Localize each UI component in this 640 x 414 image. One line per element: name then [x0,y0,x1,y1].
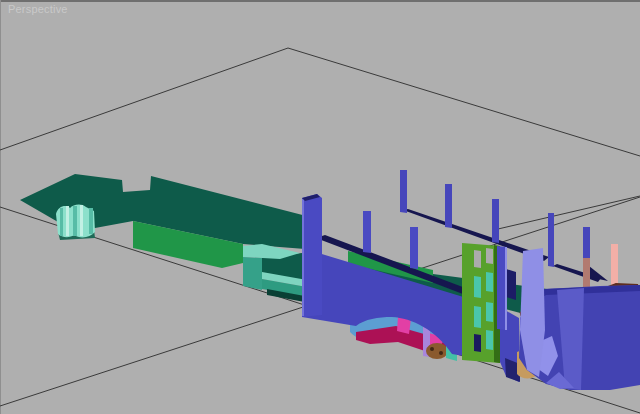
frame-slot-teal-5 [486,330,493,350]
left-stake-body[interactable] [302,194,322,317]
frame-slot-teal-3 [474,306,481,328]
far-post-2[interactable] [445,184,452,228]
3d-canvas[interactable] [0,0,640,414]
window-top-edge [0,0,640,2]
fender-highlight-2 [80,205,83,236]
hub-bolt-2 [439,351,443,355]
frame-slot-teal-4 [486,302,493,322]
far-post-3[interactable] [492,199,499,243]
step-left-face[interactable] [243,257,262,290]
far-post-4[interactable] [548,213,554,267]
axle-hub[interactable] [426,343,448,359]
frame-slot-gray-1 [474,250,481,268]
fender-highlight-1 [66,206,69,236]
frame-slot-teal-2 [486,272,493,292]
near-post-2[interactable] [410,227,418,269]
trailer-fender[interactable] [56,204,95,237]
fender-stripe-3 [89,208,93,234]
frame-slot-navy [474,334,481,352]
corner-post-light-edge [505,247,507,330]
green-ladder-frame[interactable] [462,243,500,363]
fender-stripe-1 [60,208,63,236]
frame-slot-gray-2 [486,248,493,264]
right-post-salmon[interactable] [611,244,618,287]
near-post-1[interactable] [363,211,371,253]
truck-left-stake[interactable] [302,194,322,317]
hub-bolt-1 [430,347,434,351]
far-post-1[interactable] [400,170,407,213]
viewport-perspective[interactable]: Perspective [0,0,640,414]
corner-post[interactable] [497,246,507,330]
viewport-label[interactable]: Perspective [8,3,68,15]
right-post-blue-top[interactable] [583,227,590,258]
fender-stripe-2 [73,206,77,236]
frame-slot-teal-1 [474,276,481,298]
